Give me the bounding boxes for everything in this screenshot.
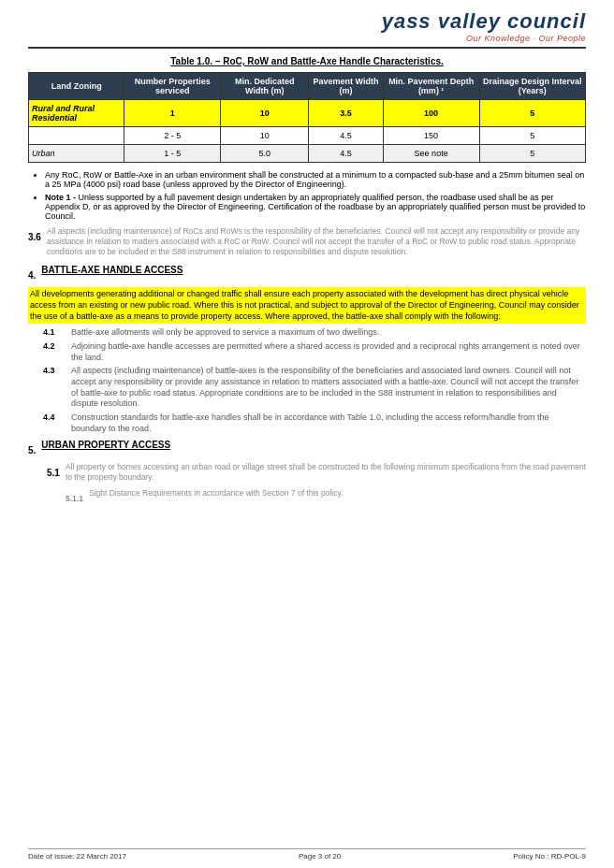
sub-item-num: 4.2: [43, 341, 66, 363]
sub-item-text: Battle-axe allotments will only be appro…: [71, 327, 379, 339]
table-title: Table 1.0. – RoC, RoW and Battle-Axe Han…: [28, 56, 586, 66]
sub-items: 4.1Battle-axe allotments will only be ap…: [28, 327, 586, 434]
logo-area: yass valley council Our Knowledge · Our …: [382, 9, 586, 43]
page-header: yass valley council Our Knowledge · Our …: [28, 9, 586, 49]
sub-item: 4.2Adjoining battle-axe handle accesses …: [43, 341, 586, 363]
section-5-1-text: All property or homes accessing an urban…: [66, 462, 586, 483]
sub-item-num: 4.1: [43, 327, 66, 339]
footer-center: Page 3 of 20: [299, 852, 341, 861]
col-drainage: Drainage Design Interval (Years): [479, 73, 585, 100]
col-dedicated: Min. Dedicated Width (m): [221, 73, 309, 100]
table-row: 2 - 5104.51505: [29, 127, 586, 145]
section-5-1: 5.1 All property or homes accessing an u…: [47, 462, 586, 506]
table-notes: Any RoC, RoW or Battle-Axe in an urban e…: [45, 170, 586, 221]
section-5-num: 5.: [28, 445, 36, 456]
bullet-1: Any RoC, RoW or Battle-Axe in an urban e…: [45, 170, 586, 189]
sub-item: 4.1Battle-axe allotments will only be ap…: [43, 327, 586, 339]
section-5-1-header: 5.1 All property or homes accessing an u…: [47, 462, 586, 486]
sub-item-text: Construction standards for battle-axe ha…: [71, 412, 586, 434]
col-properties: Number Properties serviced: [124, 73, 221, 100]
bullet-2: Note 1 - Unless supported by a full pave…: [45, 193, 586, 221]
section-4-header: 4. BATTLE-AXE HANDLE ACCESS: [28, 265, 586, 283]
section-36-num: 3.6: [28, 232, 41, 258]
col-zoning: Land Zoning: [29, 73, 124, 100]
note-main: Unless supported by a full pavement desi…: [45, 193, 585, 221]
table-row: Rural and Rural Residential1103.51005: [29, 100, 586, 127]
note-prefix: Note 1 -: [45, 193, 79, 202]
logo-sub: Our Knowledge · Our People: [382, 34, 586, 43]
characteristics-table: Land Zoning Number Properties serviced M…: [28, 72, 586, 163]
section-5-1-1: 5.1.1 Sight Distance Requirements in acc…: [66, 488, 586, 506]
sub-item-num: 4.4: [43, 412, 66, 434]
section-5-1-1-num: 5.1.1: [66, 494, 83, 503]
col-pavement-width: Pavement Width (m): [309, 73, 383, 100]
section-36-header: 3.6 All aspects (including maintenance) …: [28, 226, 586, 261]
section-4-num: 4.: [28, 270, 36, 281]
page-footer: Date of Issue: 22 March 2017 Page 3 of 2…: [28, 848, 586, 861]
logo-main: yass valley council: [382, 9, 586, 34]
sub-item-text: All aspects (including maintenance) of b…: [71, 366, 586, 410]
sub-item: 4.3All aspects (including maintenance) o…: [43, 366, 586, 410]
section-4-body: All developments generating additional o…: [28, 287, 586, 324]
section-36-body: All aspects (including maintenance) of R…: [47, 226, 586, 257]
section-5-1-1-text: Sight Distance Requirements in accordanc…: [89, 488, 344, 502]
footer-left: Date of Issue: 22 March 2017: [28, 852, 126, 861]
section-5-1-num: 5.1: [47, 468, 60, 484]
footer-right: Policy No.: RD-POL-9: [513, 852, 586, 861]
sub-item-num: 4.3: [43, 366, 66, 410]
sub-item: 4.4Construction standards for battle-axe…: [43, 412, 586, 434]
table-row: Urban1 - 55.04.5See note5: [29, 145, 586, 163]
sub-item-text: Adjoining battle-axe handle accesses are…: [71, 341, 586, 363]
section-4-title: BATTLE-AXE HANDLE ACCESS: [41, 265, 183, 283]
section-5-title: URBAN PROPERTY ACCESS: [41, 440, 170, 458]
section-5-header: 5. URBAN PROPERTY ACCESS: [28, 440, 586, 458]
col-pavement-depth: Min. Pavement Depth (mm) ¹: [383, 73, 479, 100]
